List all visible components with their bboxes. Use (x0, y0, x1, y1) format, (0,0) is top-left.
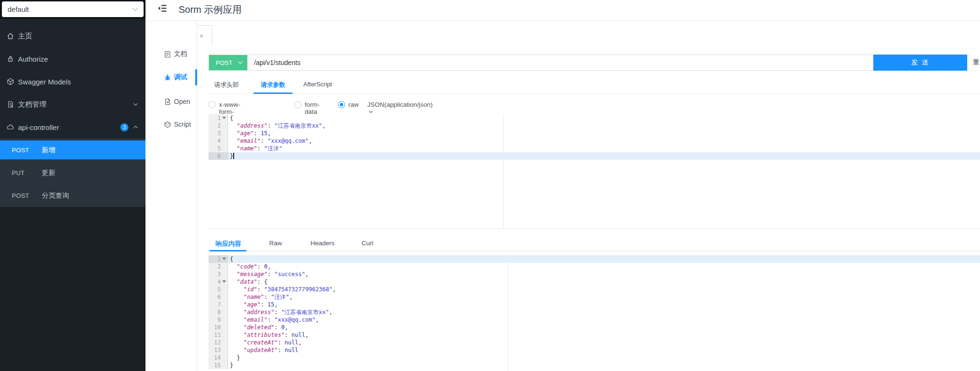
group-select-value: default (8, 5, 132, 13)
code-line: "updateAt": null (228, 346, 980, 354)
method-select[interactable]: POST (209, 55, 247, 70)
tab-response-content[interactable]: 响应内容 (216, 240, 241, 248)
sidebar-item-label: Authorize (18, 55, 48, 63)
gutter-cell: 11 (209, 331, 228, 339)
editor-line: 12 "createAt": null, (209, 339, 980, 346)
gutter-cell: 6 (209, 152, 228, 160)
nav-item-doc[interactable]: 文档 (164, 47, 187, 61)
line-number: 4 (218, 137, 221, 145)
gutter-cell: 3 (209, 130, 228, 137)
gutter-cell: 14 (209, 354, 228, 362)
code-line: "deleted": 0, (228, 324, 980, 331)
code-line: "message": "success", (228, 270, 980, 278)
gutter-cell: 12 (209, 339, 228, 346)
radio-label[interactable]: form-data (305, 101, 320, 115)
radio-raw[interactable] (338, 101, 345, 108)
code-line: "data": { (228, 278, 980, 286)
nav-item-label: 调试 (174, 73, 187, 82)
http-method: PUT (12, 169, 25, 176)
nav-item-label: Script (174, 121, 191, 128)
chevron-down-icon (369, 111, 373, 113)
sidebar-item-label: Swagger Models (18, 78, 71, 86)
editor-line: 5 "name": "汪洋" (209, 145, 980, 152)
editor-line: 6 "name": "汪洋", (209, 293, 980, 301)
api-submenu: POST 新增 PUT 更新 POST 分页查询 (0, 139, 145, 207)
line-number: 5 (218, 286, 221, 293)
gutter-cell: 2 (209, 263, 228, 270)
sidebar-item-swagger-models[interactable]: Swagger Models (0, 72, 145, 91)
code-line: "attributes": null, (228, 331, 980, 339)
submenu-item-update[interactable]: PUT 更新 (0, 163, 145, 182)
editor-line: 1{ (209, 255, 980, 263)
sidebar-item-home[interactable]: 主页 (0, 27, 145, 46)
active-nav-indicator (195, 69, 197, 85)
submenu-item-page-query[interactable]: POST 分页查询 (0, 186, 145, 205)
editor-line: 7 "age": 15, (209, 301, 980, 308)
lock-icon (7, 55, 14, 63)
line-number: 6 (218, 152, 221, 160)
url-input[interactable] (247, 55, 873, 70)
editor-line: 2 "address": "江苏省南京市xx", (209, 122, 980, 130)
collapse-sidebar-icon[interactable] (158, 4, 167, 12)
page-title: Sorm 示例应用 (179, 3, 242, 16)
sidebar-item-authorize[interactable]: Authorize (0, 49, 145, 68)
tab-request-headers[interactable]: 请求头部 (214, 81, 239, 89)
radio-form-data[interactable] (294, 101, 301, 108)
nav-item-open[interactable]: Open (164, 95, 190, 108)
sidebar-item-doc-manage[interactable]: 文档管理 (0, 95, 145, 114)
knife4j-app: default 主页 Authorize Swagger Models 文档管理… (0, 0, 980, 371)
fold-arrow-icon[interactable] (222, 280, 226, 283)
chevron-down-icon (132, 8, 138, 11)
sidebar-item-api-controller[interactable]: api-controller 3 (0, 118, 145, 137)
radio-x-www-form-urlencoded[interactable] (209, 101, 216, 108)
submenu-item-create[interactable]: POST 新增 (0, 140, 145, 159)
editor-line: 4 "data": { (209, 278, 980, 286)
response-tabs: 响应内容 Raw Headers Curl (209, 236, 980, 251)
radio-label[interactable]: raw (348, 101, 359, 108)
tab-afterscript[interactable]: AfterScript (303, 81, 332, 88)
code-line: "email": "xxx@qq.com", (228, 316, 980, 324)
request-body-editor[interactable]: 1{2 "address": "江苏省南京市xx",3 "age": 15,4 … (209, 114, 980, 228)
group-select[interactable]: default (2, 1, 144, 17)
gutter-cell: 2 (209, 122, 228, 130)
fold-arrow-icon[interactable] (222, 117, 226, 119)
tab-raw[interactable]: Raw (269, 240, 282, 247)
reset-button-partial[interactable]: 重 (973, 58, 980, 67)
chevron-down-icon (133, 103, 138, 106)
response-body-editor[interactable]: 1{2 "code": 0,3 "message": "success",4 "… (209, 255, 980, 371)
tab-headers[interactable]: Headers (310, 240, 335, 247)
line-number: 4 (218, 278, 221, 286)
line-number: 1 (218, 255, 221, 263)
tab-curl[interactable]: Curl (362, 240, 373, 247)
line-number: 14 (214, 354, 221, 362)
editor-line: 1{ (209, 114, 980, 122)
http-method: POST (12, 147, 29, 154)
home-icon (7, 32, 14, 40)
editor-line: 3 "age": 15, (209, 130, 980, 137)
code-line: } (228, 152, 980, 160)
code-line: { (228, 255, 980, 263)
editor-line: 9 "email": "xxx@qq.com", (209, 316, 980, 324)
active-tab-underline (254, 93, 292, 94)
gutter-cell: 15 (209, 362, 228, 369)
nav-item-debug[interactable]: 调试 (164, 71, 187, 84)
content-type-select[interactable]: JSON(application/json) (367, 101, 433, 115)
line-number: 6 (218, 293, 221, 301)
close-icon[interactable]: × (200, 33, 203, 39)
send-button[interactable]: 发 送 (873, 55, 967, 71)
code-line: "email": "xxx@qq.com", (228, 137, 980, 145)
tab-request-params[interactable]: 请求参数 (261, 81, 285, 89)
gutter-cell: 8 (209, 308, 228, 316)
nav-item-label: 文档 (174, 50, 187, 58)
text-cursor (233, 153, 234, 159)
line-number: 10 (214, 324, 221, 331)
top-bar (145, 0, 980, 21)
line-number: 8 (218, 308, 221, 316)
sidebar-footer-area (0, 207, 145, 371)
fold-arrow-icon[interactable] (222, 258, 226, 260)
editor-line: 8 "address": "江苏省南京市xx", (209, 308, 980, 316)
api-name: 更新 (42, 168, 55, 177)
line-number: 9 (218, 316, 221, 324)
nav-item-script[interactable]: Script (164, 118, 191, 131)
gutter-cell: 4 (209, 278, 228, 286)
